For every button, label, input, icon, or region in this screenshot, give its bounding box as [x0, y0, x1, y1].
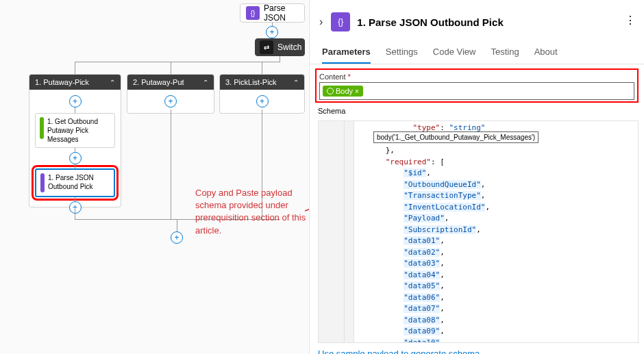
back-button[interactable]: ›	[319, 16, 323, 28]
card-label: 1. Parse JSON Outbound Pick	[48, 173, 110, 191]
connector-line	[280, 56, 280, 62]
add-action-button[interactable]: +	[69, 95, 82, 108]
tab-about[interactable]: About	[534, 41, 558, 64]
detail-panel: › {} 1. Parse JSON Outbound Pick ⋮ Param…	[309, 0, 644, 354]
tabs: Parameters Settings Code View Testing Ab…	[310, 41, 644, 64]
schema-code-editor[interactable]: "type": "string" } }, "required": [ "$id…	[318, 121, 639, 343]
chevron-up-icon[interactable]: ⌃	[110, 79, 115, 86]
content-label: Content *	[319, 73, 634, 81]
code-content[interactable]: "type": "string" } }, "required": [ "$id…	[354, 121, 638, 342]
chevron-up-icon[interactable]: ⌃	[293, 79, 299, 86]
sample-payload-link[interactable]: Use sample payload to generate schema	[318, 349, 636, 354]
schema-row: Schema body('1._Get_Outbound_Putaway_Pic…	[318, 105, 639, 115]
add-action-button[interactable]: +	[266, 26, 278, 38]
connector-line	[75, 62, 75, 74]
add-action-button[interactable]: +	[256, 95, 269, 108]
content-input[interactable]: Body ×	[319, 82, 634, 100]
panel-header: › {} 1. Parse JSON Outbound Pick	[310, 0, 644, 41]
braces-icon: {}	[331, 12, 350, 31]
braces-icon: {}	[246, 6, 260, 20]
case-header[interactable]: 2. Putaway-Put ⌃	[127, 75, 214, 90]
workflow-canvas[interactable]: {} Parse JSON + ⇄ Switch 1. Putaway-Pick…	[0, 0, 308, 354]
case-label: 3. PickList-Pick	[225, 78, 277, 86]
add-action-button[interactable]: +	[69, 152, 82, 164]
add-action-button[interactable]: +	[164, 95, 177, 108]
connector-line	[262, 62, 262, 74]
card-parse-json-outbound-selected[interactable]: 1. Parse JSON Outbound Pick	[35, 168, 115, 197]
case-putaway-put[interactable]: 2. Putaway-Put ⌃ +	[127, 74, 214, 114]
case-body: + 1. Get Outbound Putaway Pick Messages …	[29, 90, 121, 219]
case-label: 1. Putaway-Pick	[35, 78, 89, 86]
connector-line	[171, 62, 171, 74]
connector-line	[177, 219, 177, 233]
connector-line	[75, 164, 75, 168]
connector-line	[75, 108, 75, 113]
braces-icon	[40, 173, 45, 192]
node-label: Parse JSON	[264, 3, 299, 23]
case-putaway-pick[interactable]: 1. Putaway-Pick ⌃ + 1. Get Outbound Puta…	[29, 74, 121, 207]
switch-icon: ⇄	[260, 40, 273, 54]
card-get-outbound[interactable]: 1. Get Outbound Putaway Pick Messages	[35, 113, 115, 148]
node-label: Switch	[277, 42, 301, 52]
annotation-text: Copy and Paste payload schema provided u…	[195, 187, 308, 237]
fold-gutter	[345, 121, 354, 342]
card-label: 1. Get Outbound Putaway Pick Messages	[47, 117, 110, 144]
content-section-highlight: Content * Body ×	[315, 68, 639, 103]
remove-chip-icon[interactable]: ×	[355, 88, 359, 95]
data-icon	[40, 117, 44, 139]
connector-line	[75, 62, 280, 62]
node-parse-json[interactable]: {} Parse JSON	[240, 3, 305, 23]
panel-title: 1. Parse JSON Outbound Pick	[357, 16, 503, 28]
case-label: 2. Putaway-Put	[133, 78, 184, 86]
token-icon	[327, 88, 334, 94]
case-picklist-pick[interactable]: 3. PickList-Pick ⌃ +	[219, 74, 305, 114]
body-token-chip[interactable]: Body ×	[323, 86, 363, 97]
schema-label: Schema	[318, 105, 349, 115]
more-menu-button[interactable]: ⋮	[625, 14, 636, 27]
add-action-button[interactable]: +	[171, 231, 183, 244]
tab-testing[interactable]: Testing	[491, 41, 519, 64]
connector-line	[171, 110, 171, 219]
tab-settings[interactable]: Settings	[386, 41, 418, 64]
expression-tooltip: body('1._Get_Outbound_Putaway_Pick_Messa…	[373, 131, 538, 143]
chip-label: Body	[336, 87, 353, 95]
node-switch[interactable]: ⇄ Switch	[255, 38, 305, 56]
chevron-up-icon[interactable]: ⌃	[203, 79, 208, 86]
line-number-gutter	[319, 121, 345, 342]
case-header[interactable]: 3. PickList-Pick ⌃	[220, 75, 304, 90]
case-header[interactable]: 1. Putaway-Pick ⌃	[29, 75, 121, 90]
tab-code-view[interactable]: Code View	[433, 41, 476, 64]
connector-line	[75, 207, 75, 220]
tab-parameters[interactable]: Parameters	[322, 41, 371, 64]
